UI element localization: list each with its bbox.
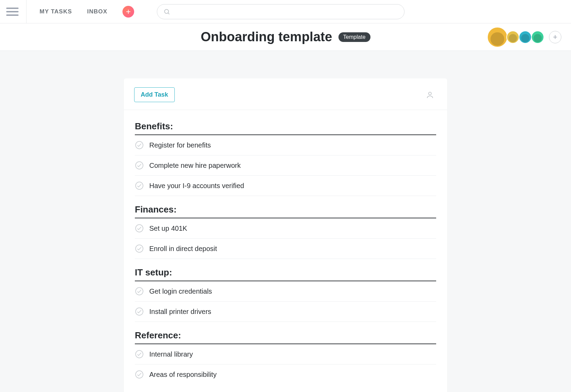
svg-point-7	[136, 245, 143, 252]
check-circle-icon[interactable]	[135, 287, 144, 296]
check-circle-icon[interactable]	[135, 307, 144, 316]
task-row[interactable]: Register for benefits	[135, 135, 436, 155]
avatar[interactable]	[531, 31, 544, 44]
search-input[interactable]	[174, 9, 398, 15]
section-title[interactable]: Benefits:	[135, 113, 436, 135]
check-circle-icon[interactable]	[135, 181, 144, 190]
task-row[interactable]: Enroll in direct deposit	[135, 239, 436, 259]
check-circle-icon[interactable]	[135, 244, 144, 253]
section-title[interactable]: Finances:	[135, 196, 436, 218]
divider	[26, 0, 26, 23]
task-label: Internal library	[149, 350, 193, 358]
task-label: Areas of responsibility	[149, 371, 217, 379]
svg-point-8	[136, 287, 143, 295]
plus-icon: +	[553, 33, 558, 42]
page-title: Onboarding template	[201, 30, 332, 44]
card-header: Add Task	[124, 78, 447, 110]
task-row[interactable]: Internal library	[135, 344, 436, 364]
task-label: Complete new hire paperwork	[149, 162, 241, 170]
svg-point-11	[136, 371, 143, 378]
svg-point-4	[136, 162, 143, 169]
svg-point-9	[136, 308, 143, 315]
sections-container: Benefits:Register for benefitsComplete n…	[124, 110, 447, 384]
check-circle-icon[interactable]	[135, 370, 144, 379]
task-label: Have your I-9 accounts verified	[149, 182, 244, 190]
avatar[interactable]	[506, 31, 519, 44]
check-circle-icon[interactable]	[135, 224, 144, 233]
avatar[interactable]	[519, 31, 532, 44]
task-label: Set up 401K	[149, 225, 187, 232]
member-list: +	[487, 27, 561, 47]
svg-point-10	[136, 350, 143, 358]
task-row[interactable]: Areas of responsibility	[135, 364, 436, 384]
task-row[interactable]: Have your I-9 accounts verified	[135, 176, 436, 196]
add-member-button[interactable]: +	[549, 31, 561, 43]
check-circle-icon[interactable]	[135, 161, 144, 170]
hamburger-icon[interactable]	[6, 6, 19, 18]
person-icon[interactable]	[426, 91, 434, 99]
nav-inbox[interactable]: INBOX	[87, 8, 107, 15]
task-label: Install printer drivers	[149, 308, 211, 316]
section-title[interactable]: Reference:	[135, 322, 436, 344]
task-label: Enroll in direct deposit	[149, 245, 217, 253]
svg-line-1	[168, 13, 169, 14]
svg-point-3	[136, 141, 143, 149]
svg-point-5	[136, 182, 143, 189]
search-icon	[163, 8, 170, 15]
check-circle-icon[interactable]	[135, 350, 144, 359]
search-field[interactable]	[157, 4, 405, 19]
add-task-button[interactable]: Add Task	[134, 87, 175, 102]
task-card: Add Task Benefits:Register for benefitsC…	[124, 78, 447, 392]
global-add-button[interactable]: +	[122, 6, 134, 18]
avatar[interactable]	[487, 27, 508, 47]
task-row[interactable]: Complete new hire paperwork	[135, 155, 436, 176]
task-row[interactable]: Set up 401K	[135, 218, 436, 239]
task-label: Register for benefits	[149, 141, 211, 149]
nav-my-tasks[interactable]: MY TASKS	[40, 8, 72, 15]
check-circle-icon[interactable]	[135, 141, 144, 150]
top-nav: MY TASKS INBOX +	[0, 0, 571, 23]
svg-point-2	[429, 92, 431, 95]
template-badge: Template	[338, 32, 370, 42]
task-label: Get login credentials	[149, 287, 212, 295]
task-row[interactable]: Get login credentials	[135, 281, 436, 302]
task-row[interactable]: Install printer drivers	[135, 302, 436, 322]
svg-point-0	[164, 9, 169, 13]
svg-point-6	[136, 225, 143, 232]
section-title[interactable]: IT setup:	[135, 259, 436, 281]
content-area: Add Task Benefits:Register for benefitsC…	[0, 51, 571, 392]
project-header: Onboarding template Template +	[0, 23, 571, 51]
plus-icon: +	[126, 7, 131, 17]
